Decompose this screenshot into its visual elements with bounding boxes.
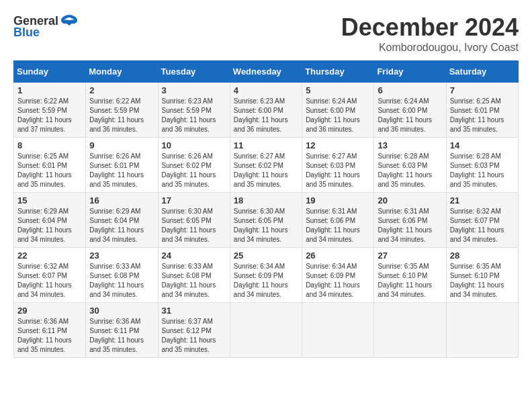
calendar-cell: 23 Sunrise: 6:33 AM Sunset: 6:08 PM Dayl… — [86, 248, 158, 303]
logo-blue-text: Blue — [13, 26, 40, 40]
day-info: Sunrise: 6:22 AM Sunset: 5:59 PM Dayligh… — [89, 97, 154, 134]
day-number: 2 — [89, 85, 154, 95]
day-info: Sunrise: 6:23 AM Sunset: 6:00 PM Dayligh… — [234, 97, 298, 134]
day-info: Sunrise: 6:24 AM Sunset: 6:00 PM Dayligh… — [306, 97, 370, 134]
calendar-cell: 17 Sunrise: 6:30 AM Sunset: 6:05 PM Dayl… — [158, 193, 230, 248]
calendar-cell — [230, 303, 302, 358]
day-info: Sunrise: 6:32 AM Sunset: 6:07 PM Dayligh… — [450, 207, 515, 244]
day-info: Sunrise: 6:24 AM Sunset: 6:00 PM Dayligh… — [378, 97, 442, 134]
calendar-cell: 1 Sunrise: 6:22 AM Sunset: 5:59 PM Dayli… — [14, 83, 86, 138]
calendar-cell: 24 Sunrise: 6:33 AM Sunset: 6:08 PM Dayl… — [158, 248, 230, 303]
day-number: 12 — [306, 140, 370, 150]
day-number: 17 — [162, 195, 226, 205]
calendar-cell — [446, 303, 518, 358]
calendar-cell: 13 Sunrise: 6:28 AM Sunset: 6:03 PM Dayl… — [374, 138, 446, 193]
day-number: 7 — [450, 85, 515, 95]
calendar-cell: 30 Sunrise: 6:36 AM Sunset: 6:11 PM Dayl… — [86, 303, 158, 358]
day-info: Sunrise: 6:23 AM Sunset: 5:59 PM Dayligh… — [162, 97, 226, 134]
day-number: 30 — [89, 306, 154, 316]
calendar-cell: 11 Sunrise: 6:27 AM Sunset: 6:02 PM Dayl… — [230, 138, 302, 193]
day-number: 13 — [378, 140, 442, 150]
day-info: Sunrise: 6:26 AM Sunset: 6:01 PM Dayligh… — [89, 152, 154, 189]
day-info: Sunrise: 6:35 AM Sunset: 6:10 PM Dayligh… — [378, 262, 442, 300]
calendar-cell: 19 Sunrise: 6:31 AM Sunset: 6:06 PM Dayl… — [302, 193, 374, 248]
day-info: Sunrise: 6:22 AM Sunset: 5:59 PM Dayligh… — [17, 97, 82, 134]
day-info: Sunrise: 6:26 AM Sunset: 6:02 PM Dayligh… — [162, 152, 226, 189]
day-number: 23 — [89, 250, 154, 261]
calendar-cell: 28 Sunrise: 6:35 AM Sunset: 6:10 PM Dayl… — [446, 248, 518, 303]
day-info: Sunrise: 6:37 AM Sunset: 6:12 PM Dayligh… — [162, 317, 226, 355]
day-info: Sunrise: 6:31 AM Sunset: 6:06 PM Dayligh… — [306, 207, 370, 244]
day-number: 10 — [162, 140, 226, 150]
calendar-cell: 29 Sunrise: 6:36 AM Sunset: 6:11 PM Dayl… — [14, 303, 86, 358]
day-info: Sunrise: 6:25 AM Sunset: 6:01 PM Dayligh… — [17, 152, 82, 189]
day-info: Sunrise: 6:36 AM Sunset: 6:11 PM Dayligh… — [89, 317, 154, 355]
day-number: 1 — [17, 85, 82, 95]
day-info: Sunrise: 6:36 AM Sunset: 6:11 PM Dayligh… — [17, 317, 82, 355]
calendar-cell — [374, 303, 446, 358]
day-number: 18 — [234, 195, 298, 205]
col-sunday: Sunday — [14, 61, 86, 83]
col-monday: Monday — [86, 61, 158, 83]
title-area: December 2024 Komborodougou, Ivory Coast — [341, 13, 519, 54]
calendar-cell: 6 Sunrise: 6:24 AM Sunset: 6:00 PM Dayli… — [374, 83, 446, 138]
logo-bird-icon — [60, 13, 79, 28]
day-info: Sunrise: 6:35 AM Sunset: 6:10 PM Dayligh… — [450, 262, 515, 300]
calendar-cell: 9 Sunrise: 6:26 AM Sunset: 6:01 PM Dayli… — [86, 138, 158, 193]
calendar-cell: 27 Sunrise: 6:35 AM Sunset: 6:10 PM Dayl… — [374, 248, 446, 303]
logo: General Blue — [13, 13, 79, 40]
calendar-cell — [302, 303, 374, 358]
calendar-cell: 14 Sunrise: 6:28 AM Sunset: 6:03 PM Dayl… — [446, 138, 518, 193]
day-info: Sunrise: 6:29 AM Sunset: 6:04 PM Dayligh… — [17, 207, 82, 244]
calendar-cell: 5 Sunrise: 6:24 AM Sunset: 6:00 PM Dayli… — [302, 83, 374, 138]
day-number: 15 — [17, 195, 82, 205]
calendar-cell: 2 Sunrise: 6:22 AM Sunset: 5:59 PM Dayli… — [86, 83, 158, 138]
calendar-cell: 20 Sunrise: 6:31 AM Sunset: 6:06 PM Dayl… — [374, 193, 446, 248]
col-thursday: Thursday — [302, 61, 374, 83]
day-info: Sunrise: 6:28 AM Sunset: 6:03 PM Dayligh… — [450, 152, 515, 189]
day-number: 29 — [17, 306, 82, 316]
day-info: Sunrise: 6:25 AM Sunset: 6:01 PM Dayligh… — [450, 97, 515, 134]
location-title: Komborodougou, Ivory Coast — [341, 42, 519, 54]
calendar-cell: 18 Sunrise: 6:30 AM Sunset: 6:05 PM Dayl… — [230, 193, 302, 248]
page-header: General Blue December 2024 Komborodougou… — [13, 13, 519, 54]
calendar-cell: 31 Sunrise: 6:37 AM Sunset: 6:12 PM Dayl… — [158, 303, 230, 358]
calendar-cell: 12 Sunrise: 6:27 AM Sunset: 6:03 PM Dayl… — [302, 138, 374, 193]
day-number: 25 — [234, 250, 298, 261]
calendar-cell: 8 Sunrise: 6:25 AM Sunset: 6:01 PM Dayli… — [14, 138, 86, 193]
calendar-cell: 22 Sunrise: 6:32 AM Sunset: 6:07 PM Dayl… — [14, 248, 86, 303]
calendar-cell: 21 Sunrise: 6:32 AM Sunset: 6:07 PM Dayl… — [446, 193, 518, 248]
day-number: 14 — [450, 140, 515, 150]
day-info: Sunrise: 6:30 AM Sunset: 6:05 PM Dayligh… — [234, 207, 298, 244]
day-info: Sunrise: 6:34 AM Sunset: 6:09 PM Dayligh… — [306, 262, 370, 300]
day-number: 8 — [17, 140, 82, 150]
calendar-cell: 10 Sunrise: 6:26 AM Sunset: 6:02 PM Dayl… — [158, 138, 230, 193]
day-number: 28 — [450, 250, 515, 261]
day-number: 21 — [450, 195, 515, 205]
day-number: 11 — [234, 140, 298, 150]
calendar-cell: 15 Sunrise: 6:29 AM Sunset: 6:04 PM Dayl… — [14, 193, 86, 248]
day-number: 9 — [89, 140, 154, 150]
calendar-cell: 7 Sunrise: 6:25 AM Sunset: 6:01 PM Dayli… — [446, 83, 518, 138]
day-number: 4 — [234, 85, 298, 95]
day-number: 31 — [162, 306, 226, 316]
month-title: December 2024 — [341, 13, 519, 42]
day-info: Sunrise: 6:33 AM Sunset: 6:08 PM Dayligh… — [89, 262, 154, 300]
col-friday: Friday — [374, 61, 446, 83]
day-number: 26 — [306, 250, 370, 261]
day-info: Sunrise: 6:30 AM Sunset: 6:05 PM Dayligh… — [162, 207, 226, 244]
day-number: 19 — [306, 195, 370, 205]
day-number: 27 — [378, 250, 442, 261]
day-number: 6 — [378, 85, 442, 95]
day-info: Sunrise: 6:28 AM Sunset: 6:03 PM Dayligh… — [378, 152, 442, 189]
day-info: Sunrise: 6:31 AM Sunset: 6:06 PM Dayligh… — [378, 207, 442, 244]
calendar-cell: 26 Sunrise: 6:34 AM Sunset: 6:09 PM Dayl… — [302, 248, 374, 303]
day-info: Sunrise: 6:27 AM Sunset: 6:02 PM Dayligh… — [234, 152, 298, 189]
day-info: Sunrise: 6:32 AM Sunset: 6:07 PM Dayligh… — [17, 262, 82, 300]
calendar-cell: 25 Sunrise: 6:34 AM Sunset: 6:09 PM Dayl… — [230, 248, 302, 303]
day-number: 20 — [378, 195, 442, 205]
day-info: Sunrise: 6:33 AM Sunset: 6:08 PM Dayligh… — [162, 262, 226, 300]
col-saturday: Saturday — [446, 61, 518, 83]
calendar-cell: 3 Sunrise: 6:23 AM Sunset: 5:59 PM Dayli… — [158, 83, 230, 138]
col-wednesday: Wednesday — [230, 61, 302, 83]
